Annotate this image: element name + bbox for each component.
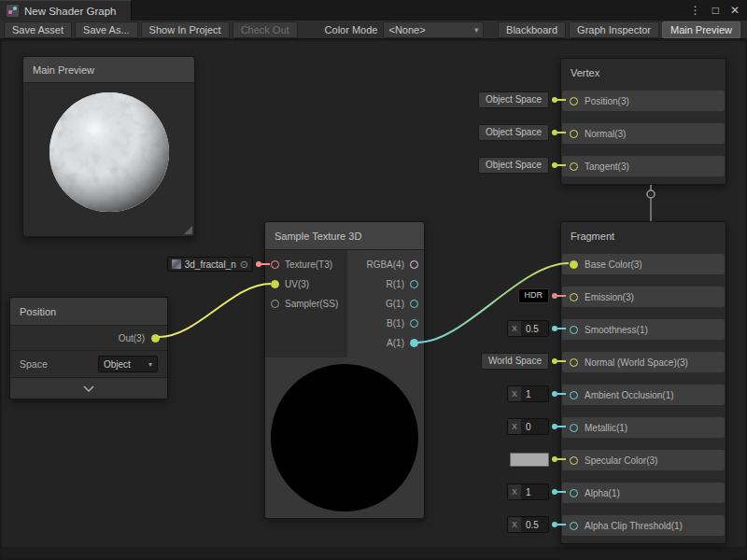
main-preview-body[interactable]	[23, 83, 194, 236]
fragment-row-ambient-occlusion[interactable]: Ambient Occlusion(1)	[562, 385, 725, 405]
hdr-color-field[interactable]: HDR	[518, 288, 550, 303]
sample-texture-3d-header[interactable]: Sample Texture 3D	[265, 222, 424, 250]
a-output-port[interactable]	[410, 339, 418, 347]
output-row-a[interactable]: A(1)	[347, 333, 424, 353]
alpha-float-field[interactable]: X 1	[507, 483, 566, 500]
vertex-row-normal[interactable]: Normal(3)	[562, 123, 725, 144]
fragment-row-alpha[interactable]: Alpha(1)	[562, 483, 725, 503]
position-input-port[interactable]	[570, 97, 578, 105]
alpha-clip-float-field[interactable]: X 0.5	[507, 516, 566, 533]
vertex-row-tangent[interactable]: Tangent(3)	[562, 156, 725, 176]
float-field[interactable]: X 0.5	[507, 320, 549, 337]
sample-texture-3d-node[interactable]: Sample Texture 3D Texture(T3) UV(3) Samp…	[264, 221, 425, 519]
fragment-row-emission[interactable]: Emission(3)	[562, 287, 725, 307]
color-swatch[interactable]	[510, 453, 549, 467]
alpha-input-port[interactable]	[570, 489, 578, 497]
texture-object-field-widget[interactable]: 3d_fractal_n ⊙	[167, 256, 270, 273]
emission-input-port[interactable]	[570, 293, 578, 301]
texture-input-port[interactable]	[271, 260, 279, 269]
float-value[interactable]: 0.5	[521, 321, 548, 336]
metallic-float-field[interactable]: X 0	[507, 418, 566, 435]
show-in-project-button[interactable]: Show In Project	[141, 21, 230, 38]
position-out-row[interactable]: Out(3)	[10, 326, 167, 350]
b-output-port[interactable]	[410, 319, 418, 328]
save-asset-button[interactable]: Save Asset	[4, 21, 72, 38]
space-pill[interactable]: Object Space	[478, 91, 549, 108]
texture-object-field[interactable]: 3d_fractal_n ⊙	[167, 257, 253, 272]
float-field[interactable]: X 1	[507, 483, 549, 500]
base-color-input-port[interactable]	[570, 260, 578, 269]
normal-input-port[interactable]	[570, 130, 578, 138]
normal-space-widget-fragment[interactable]: World Space	[481, 353, 566, 370]
float-field[interactable]: X 0.5	[507, 516, 549, 533]
float-value[interactable]: 1	[521, 386, 548, 401]
fragment-row-alpha-clip[interactable]: Alpha Clip Threshold(1)	[562, 515, 725, 536]
main-preview-header[interactable]: Main Preview	[23, 57, 194, 83]
graph-canvas[interactable]: Main Preview	[0, 39, 747, 560]
vertex-node-header[interactable]: Vertex	[561, 59, 726, 87]
sampler-input-port[interactable]	[271, 300, 279, 308]
normal-space-widget[interactable]: Object Space	[478, 124, 566, 141]
close-icon[interactable]: ✕	[730, 4, 740, 17]
input-row-sampler[interactable]: Sampler(SS)	[265, 294, 347, 314]
graph-inspector-button[interactable]: Graph Inspector	[569, 21, 659, 38]
input-row-texture[interactable]: Texture(T3)	[265, 255, 347, 274]
float-value[interactable]: 0	[521, 419, 548, 434]
alpha-clip-input-port[interactable]	[570, 522, 578, 530]
float-field[interactable]: X 0	[507, 418, 549, 435]
maximize-icon[interactable]: □	[712, 4, 719, 17]
collapse-strip[interactable]	[10, 377, 167, 399]
tangent-space-widget[interactable]: Object Space	[478, 157, 566, 174]
normal-ws-input-port[interactable]	[570, 358, 578, 367]
fragment-row-specular-color[interactable]: Specular Color(3)	[562, 450, 725, 470]
space-pill[interactable]: Object Space	[478, 157, 549, 174]
specular-color-input-port[interactable]	[570, 456, 578, 465]
float-value[interactable]: 0.5	[521, 517, 548, 532]
kebab-menu-icon[interactable]: ⋮	[690, 4, 701, 17]
vertex-node[interactable]: Vertex Position(3) Normal(3) Tangent(3)	[560, 58, 726, 185]
space-dropdown[interactable]: Object ▾	[98, 356, 158, 372]
edge-position-to-uv[interactable]	[159, 284, 271, 337]
ambient-occlusion-input-port[interactable]	[570, 391, 578, 399]
color-mode-dropdown[interactable]: <None> ▾	[383, 21, 484, 38]
smoothness-input-port[interactable]	[570, 326, 578, 334]
space-pill[interactable]: Object Space	[478, 124, 549, 141]
object-picker-icon[interactable]: ⊙	[240, 259, 248, 270]
specular-color-widget[interactable]	[510, 451, 566, 468]
rgba-output-port[interactable]	[410, 260, 418, 269]
uv-input-port[interactable]	[271, 280, 279, 288]
fragment-node-header[interactable]: Fragment	[561, 222, 726, 250]
blackboard-button[interactable]: Blackboard	[498, 21, 566, 38]
output-row-b[interactable]: B(1)	[347, 314, 424, 333]
preview-sphere[interactable]	[48, 91, 171, 214]
g-output-port[interactable]	[410, 300, 418, 308]
r-output-port[interactable]	[410, 280, 418, 288]
out-output-port[interactable]	[151, 334, 160, 343]
vertex-row-position[interactable]: Position(3)	[562, 91, 725, 111]
output-row-rgba[interactable]: RGBA(4)	[347, 255, 424, 274]
position-node[interactable]: Position Out(3) Space Object ▾	[9, 297, 168, 399]
emission-color-widget[interactable]: HDR	[518, 287, 567, 304]
main-preview-panel[interactable]: Main Preview	[22, 56, 195, 237]
smoothness-float-field[interactable]: X 0.5	[507, 320, 566, 337]
position-node-header[interactable]: Position	[10, 298, 167, 326]
fragment-node[interactable]: Fragment Base Color(3) Emission(3) Smoot…	[560, 221, 726, 544]
space-pill[interactable]: World Space	[481, 353, 549, 370]
tab-shader-graph[interactable]: New Shader Graph	[0, 0, 132, 21]
metallic-input-port[interactable]	[570, 424, 578, 432]
fragment-row-base-color[interactable]: Base Color(3)	[562, 254, 725, 274]
fragment-row-metallic[interactable]: Metallic(1)	[562, 417, 725, 438]
resize-handle-icon[interactable]	[184, 226, 192, 234]
output-row-g[interactable]: G(1)	[347, 294, 424, 314]
output-row-r[interactable]: R(1)	[347, 274, 424, 294]
position-space-widget[interactable]: Object Space	[478, 91, 566, 108]
ambient-occlusion-float-field[interactable]: X 1	[507, 385, 566, 402]
save-as-button[interactable]: Save As...	[75, 21, 138, 38]
float-field[interactable]: X 1	[507, 385, 549, 402]
main-preview-button[interactable]: Main Preview	[662, 21, 740, 38]
tangent-input-port[interactable]	[570, 162, 578, 171]
float-value[interactable]: 1	[521, 484, 548, 499]
input-row-uv[interactable]: UV(3)	[265, 274, 347, 294]
fragment-row-normal-ws[interactable]: Normal (World Space)(3)	[562, 352, 725, 372]
fragment-row-smoothness[interactable]: Smoothness(1)	[562, 319, 725, 340]
